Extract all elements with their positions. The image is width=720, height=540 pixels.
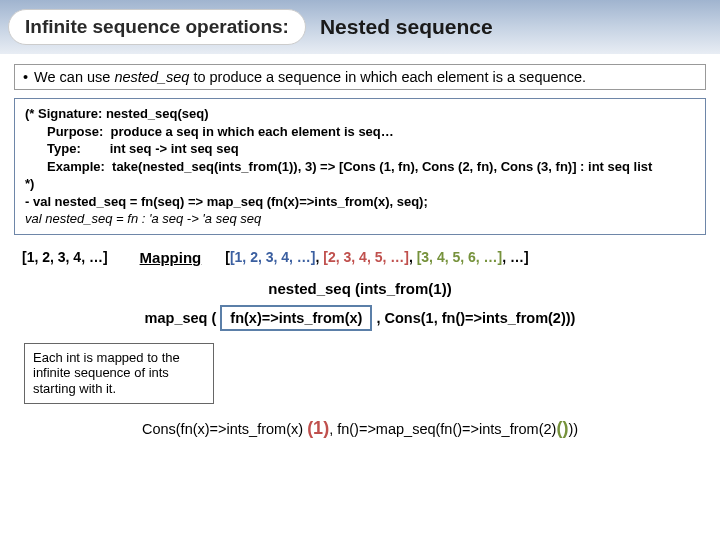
mapseq-pre: map_seq (	[145, 310, 217, 326]
mapping-row: [1, 2, 3, 4, …] Mapping [[1, 2, 3, 4, …]…	[0, 245, 720, 274]
type-val: int seq -> int seq seq	[110, 141, 239, 156]
code-type: Type: int seq -> int seq seq	[25, 140, 695, 158]
mapping-label: Mapping	[140, 249, 202, 266]
mapseq-post: , Cons(1, fn()=>ints_from(2)))	[376, 310, 575, 326]
out-close: , …]	[502, 249, 528, 265]
bullet-prefix: We can use	[34, 69, 114, 85]
code-sig: (* Signature: nested_seq(seq)	[25, 105, 695, 123]
comment-close: *)	[25, 175, 695, 193]
code-result: val nested_seq = fn : 'a seq -> 'a seq s…	[25, 210, 695, 228]
bullet-suffix: to produce a sequence in which each elem…	[189, 69, 586, 85]
cons-arg2: ()	[556, 418, 568, 438]
bullet-row: • We can use nested_seq to produce a seq…	[14, 64, 706, 90]
cons-p3: ))	[568, 421, 578, 437]
out-seg2: [2, 3, 4, 5, …]	[323, 249, 409, 265]
note-box: Each int is mapped to the infinite seque…	[24, 343, 214, 404]
code-defn: - val nested_seq = fn(seq) => map_seq (f…	[25, 193, 695, 211]
out-c2: ,	[409, 249, 417, 265]
mapseq-row: map_seq ( fn(x)=>ints_from(x) , Cons(1, …	[0, 305, 720, 331]
title-pill: Infinite sequence operations:	[8, 9, 306, 45]
title-right: Nested sequence	[320, 15, 493, 39]
purpose-val: produce a seq in which each element is s…	[111, 124, 394, 139]
mapping-output: [[1, 2, 3, 4, …], [2, 3, 4, 5, …], [3, 4…	[225, 249, 528, 265]
example-val: take(nested_seq(ints_from(1)), 3) => [Co…	[112, 159, 652, 174]
example-label: Example:	[47, 159, 105, 174]
sig-val: nested_seq(seq)	[106, 106, 209, 121]
code-box: (* Signature: nested_seq(seq) Purpose: p…	[14, 98, 706, 235]
sig-label: (* Signature:	[25, 106, 102, 121]
bullet-func: nested_seq	[114, 69, 189, 85]
cons-line: Cons(fn(x)=>ints_from(x) (1), fn()=>map_…	[0, 418, 720, 439]
cons-arg1: (1)	[307, 418, 329, 438]
cons-p2: , fn()=>map_seq(fn()=>ints_from(2)	[329, 421, 556, 437]
purpose-label: Purpose:	[47, 124, 103, 139]
call-line: nested_seq (ints_from(1))	[0, 280, 720, 297]
cons-p1: Cons(fn(x)=>ints_from(x)	[142, 421, 307, 437]
out-seg1: [1, 2, 3, 4, …]	[230, 249, 316, 265]
slide-header: Infinite sequence operations: Nested seq…	[0, 0, 720, 54]
type-label: Type:	[47, 141, 81, 156]
mapseq-box: fn(x)=>ints_from(x)	[220, 305, 372, 331]
bullet-dot: •	[23, 69, 28, 85]
code-example: Example: take(nested_seq(ints_from(1)), …	[25, 158, 695, 176]
out-seg3: [3, 4, 5, 6, …]	[417, 249, 503, 265]
bullet-text: We can use nested_seq to produce a seque…	[34, 69, 586, 85]
code-purpose: Purpose: produce a seq in which each ele…	[25, 123, 695, 141]
mapping-input: [1, 2, 3, 4, …]	[22, 249, 108, 265]
